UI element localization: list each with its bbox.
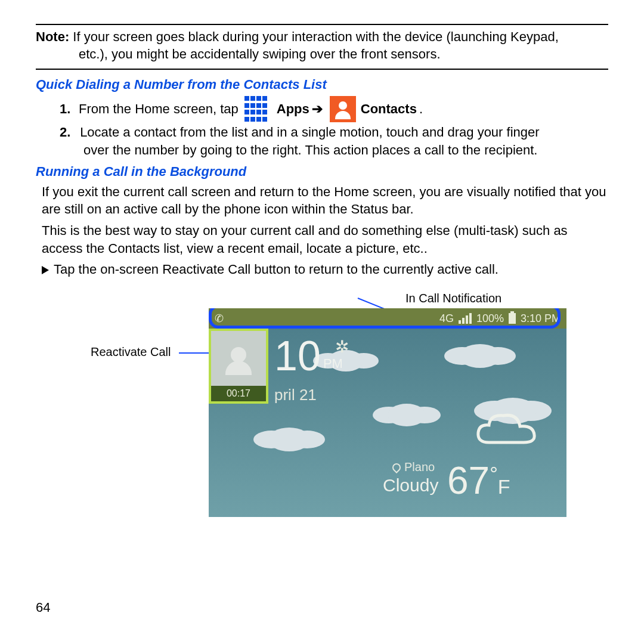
section2-p2: This is the best way to stay on your cur… [36,222,608,257]
step-1: 1. From the Home screen, tap Apps ➔ Cont… [60,95,608,123]
widget-date: pril 21 [274,386,317,404]
phone-screenshot: ✆ 4G 100% 3:10 PM 00:17 10 PM [209,308,566,517]
section2-p1: If you exit the current call screen and … [36,183,608,218]
callout-in-call: In Call Notification [405,292,501,305]
arrow-icon: ➔ [312,100,323,118]
apps-grid-icon [243,95,272,123]
weather-condition: Cloudy [383,475,438,496]
step2-text-a: Locate a contact from the list and in a … [80,125,539,140]
widget-time: 10 PM [274,332,343,380]
note-block: Note: If your screen goes black during y… [36,29,608,63]
period: . [419,100,423,118]
highlight-status-bar [209,308,561,329]
apps-label: Apps [277,100,309,118]
pin-icon [391,462,402,473]
note-label: Note: [36,29,69,44]
section2-p3-row: Tap the on-screen Reactivate Call button… [36,261,608,278]
contacts-icon [330,96,356,122]
geo-label: Plano [404,460,435,474]
weather-location: Plano [392,460,435,474]
call-timer: 00:17 [211,386,266,401]
figure-area: In Call Notification Reactivate Call ✆ 4… [36,296,608,517]
note-line2: etc.), you might be accidentally swiping… [36,46,608,63]
weather-temp: 67°F [447,459,510,503]
widget-ampm: PM [323,356,343,371]
temp-degree: ° [490,462,498,485]
step-2: 2. Locate a contact from the list and in… [60,123,608,159]
weather-cloud-icon [471,410,543,451]
step1-text-a: From the Home screen, tap [79,100,239,118]
heading-running-call: Running a Call in the Background [36,164,608,179]
gear-icon: ✲ [335,337,349,357]
heading-quick-dialing: Quick Dialing a Number from the Contacts… [36,77,608,92]
step1-number: 1. [60,100,76,118]
step2-text-b: over the number by going to the right. T… [60,141,608,159]
step2-number: 2. [60,123,76,141]
triangle-bullet-icon [42,266,49,274]
reactivate-call-widget: 00:17 [209,329,268,404]
temp-unit: F [498,475,510,498]
avatar-icon [211,331,266,386]
page-number: 64 [36,600,50,615]
contacts-label: Contacts [361,100,417,118]
section2-p3: Tap the on-screen Reactivate Call button… [54,262,499,277]
widget-hour: 10 [274,332,321,380]
callout-reactivate: Reactivate Call [91,345,171,359]
note-line1: If your screen goes black during your in… [73,29,558,44]
temp-value: 67 [447,459,490,502]
